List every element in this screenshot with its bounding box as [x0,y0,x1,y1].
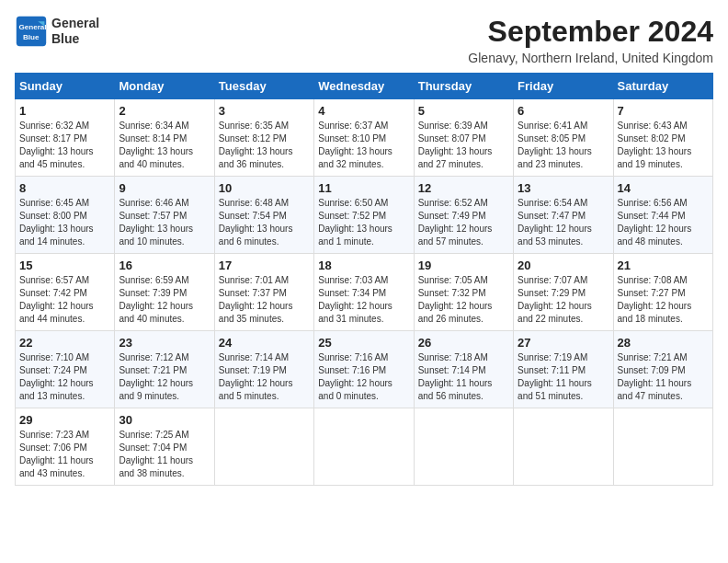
day-info: Sunrise: 7:07 AM Sunset: 7:29 PM Dayligh… [518,274,609,326]
table-row: 19 Sunrise: 7:05 AM Sunset: 7:32 PM Dayl… [414,254,513,331]
day-info: Sunrise: 6:56 AM Sunset: 7:44 PM Dayligh… [618,197,709,248]
day-number: 26 [418,336,509,350]
page-header: General Blue General Blue September 2024… [15,15,713,65]
day-info: Sunrise: 7:25 AM Sunset: 7:04 PM Dayligh… [119,429,210,480]
table-row: 14 Sunrise: 6:56 AM Sunset: 7:44 PM Dayl… [613,177,712,254]
table-row: 23 Sunrise: 7:12 AM Sunset: 7:21 PM Dayl… [115,331,214,408]
table-row: 29 Sunrise: 7:23 AM Sunset: 7:06 PM Dayl… [16,408,115,486]
day-info: Sunrise: 7:12 AM Sunset: 7:21 PM Dayligh… [119,351,210,403]
day-info: Sunrise: 7:23 AM Sunset: 7:06 PM Dayligh… [19,429,110,480]
day-number: 3 [219,104,310,118]
table-row: 10 Sunrise: 6:48 AM Sunset: 7:54 PM Dayl… [214,177,313,254]
day-info: Sunrise: 6:48 AM Sunset: 7:54 PM Dayligh… [219,197,310,248]
day-number: 30 [119,413,210,427]
calendar-week-5: 29 Sunrise: 7:23 AM Sunset: 7:06 PM Dayl… [16,408,713,486]
day-info: Sunrise: 7:18 AM Sunset: 7:14 PM Dayligh… [418,351,509,403]
col-tuesday: Tuesday [214,74,313,99]
logo: General Blue General Blue [15,15,99,48]
title-section: September 2024 Glenavy, Northern Ireland… [468,15,713,65]
col-wednesday: Wednesday [314,74,414,99]
day-number: 22 [19,336,110,350]
day-number: 19 [418,259,509,272]
calendar: Sunday Monday Tuesday Wednesday Thursday… [15,73,713,486]
table-row: 20 Sunrise: 7:07 AM Sunset: 7:29 PM Dayl… [514,254,613,331]
table-row: 1 Sunrise: 6:32 AM Sunset: 8:17 PM Dayli… [16,99,115,177]
day-number: 21 [618,259,709,272]
location: Glenavy, Northern Ireland, United Kingdo… [468,51,713,65]
day-number: 11 [318,181,409,195]
table-row [613,408,712,486]
day-number: 2 [119,104,210,118]
day-number: 8 [19,181,110,195]
day-number: 27 [518,336,609,350]
table-row: 8 Sunrise: 6:45 AM Sunset: 8:00 PM Dayli… [16,177,115,254]
day-info: Sunrise: 6:32 AM Sunset: 8:17 PM Dayligh… [19,120,110,171]
day-info: Sunrise: 7:19 AM Sunset: 7:11 PM Dayligh… [518,351,609,403]
day-number: 17 [219,259,310,272]
day-number: 1 [19,104,110,118]
day-info: Sunrise: 6:50 AM Sunset: 7:52 PM Dayligh… [318,197,409,248]
svg-text:Blue: Blue [23,33,40,41]
table-row: 17 Sunrise: 7:01 AM Sunset: 7:37 PM Dayl… [214,254,313,331]
table-row [214,408,313,486]
day-info: Sunrise: 7:10 AM Sunset: 7:24 PM Dayligh… [19,351,110,403]
logo-icon: General Blue [15,15,48,48]
col-sunday: Sunday [16,74,115,99]
table-row: 18 Sunrise: 7:03 AM Sunset: 7:34 PM Dayl… [314,254,414,331]
day-info: Sunrise: 7:14 AM Sunset: 7:19 PM Dayligh… [219,351,310,403]
day-number: 12 [418,181,509,195]
day-info: Sunrise: 6:39 AM Sunset: 8:07 PM Dayligh… [418,120,509,171]
day-info: Sunrise: 6:34 AM Sunset: 8:14 PM Dayligh… [119,120,210,171]
day-number: 13 [518,181,609,195]
day-number: 4 [318,104,409,118]
calendar-header-row: Sunday Monday Tuesday Wednesday Thursday… [16,74,713,99]
day-info: Sunrise: 6:54 AM Sunset: 7:47 PM Dayligh… [518,197,609,248]
table-row: 25 Sunrise: 7:16 AM Sunset: 7:16 PM Dayl… [314,331,414,408]
table-row: 7 Sunrise: 6:43 AM Sunset: 8:02 PM Dayli… [613,99,712,177]
table-row: 13 Sunrise: 6:54 AM Sunset: 7:47 PM Dayl… [514,177,613,254]
day-number: 9 [119,181,210,195]
day-info: Sunrise: 6:57 AM Sunset: 7:42 PM Dayligh… [19,274,110,326]
day-info: Sunrise: 7:16 AM Sunset: 7:16 PM Dayligh… [318,351,409,403]
col-thursday: Thursday [414,74,513,99]
day-number: 28 [618,336,709,350]
table-row: 3 Sunrise: 6:35 AM Sunset: 8:12 PM Dayli… [214,99,313,177]
day-number: 16 [119,259,210,272]
day-info: Sunrise: 7:01 AM Sunset: 7:37 PM Dayligh… [219,274,310,326]
day-info: Sunrise: 6:45 AM Sunset: 8:00 PM Dayligh… [19,197,110,248]
table-row [514,408,613,486]
day-info: Sunrise: 6:52 AM Sunset: 7:49 PM Dayligh… [418,197,509,248]
day-number: 18 [318,259,409,272]
table-row: 5 Sunrise: 6:39 AM Sunset: 8:07 PM Dayli… [414,99,513,177]
day-number: 23 [119,336,210,350]
day-number: 29 [19,413,110,427]
table-row: 11 Sunrise: 6:50 AM Sunset: 7:52 PM Dayl… [314,177,414,254]
month-title: September 2024 [468,15,713,49]
table-row: 9 Sunrise: 6:46 AM Sunset: 7:57 PM Dayli… [115,177,214,254]
col-saturday: Saturday [613,74,712,99]
day-info: Sunrise: 6:41 AM Sunset: 8:05 PM Dayligh… [518,120,609,171]
table-row: 16 Sunrise: 6:59 AM Sunset: 7:39 PM Dayl… [115,254,214,331]
day-info: Sunrise: 6:37 AM Sunset: 8:10 PM Dayligh… [318,120,409,171]
table-row: 4 Sunrise: 6:37 AM Sunset: 8:10 PM Dayli… [314,99,414,177]
table-row: 24 Sunrise: 7:14 AM Sunset: 7:19 PM Dayl… [214,331,313,408]
calendar-week-4: 22 Sunrise: 7:10 AM Sunset: 7:24 PM Dayl… [16,331,713,408]
table-row: 30 Sunrise: 7:25 AM Sunset: 7:04 PM Dayl… [115,408,214,486]
table-row: 15 Sunrise: 6:57 AM Sunset: 7:42 PM Dayl… [16,254,115,331]
table-row: 6 Sunrise: 6:41 AM Sunset: 8:05 PM Dayli… [514,99,613,177]
table-row: 22 Sunrise: 7:10 AM Sunset: 7:24 PM Dayl… [16,331,115,408]
calendar-week-3: 15 Sunrise: 6:57 AM Sunset: 7:42 PM Dayl… [16,254,713,331]
table-row: 12 Sunrise: 6:52 AM Sunset: 7:49 PM Dayl… [414,177,513,254]
table-row: 28 Sunrise: 7:21 AM Sunset: 7:09 PM Dayl… [613,331,712,408]
calendar-week-1: 1 Sunrise: 6:32 AM Sunset: 8:17 PM Dayli… [16,99,713,177]
day-number: 25 [318,336,409,350]
table-row [414,408,513,486]
col-friday: Friday [514,74,613,99]
calendar-week-2: 8 Sunrise: 6:45 AM Sunset: 8:00 PM Dayli… [16,177,713,254]
logo-text: General Blue [51,16,99,47]
day-number: 20 [518,259,609,272]
day-info: Sunrise: 6:59 AM Sunset: 7:39 PM Dayligh… [119,274,210,326]
table-row [314,408,414,486]
day-number: 15 [19,259,110,272]
table-row: 27 Sunrise: 7:19 AM Sunset: 7:11 PM Dayl… [514,331,613,408]
